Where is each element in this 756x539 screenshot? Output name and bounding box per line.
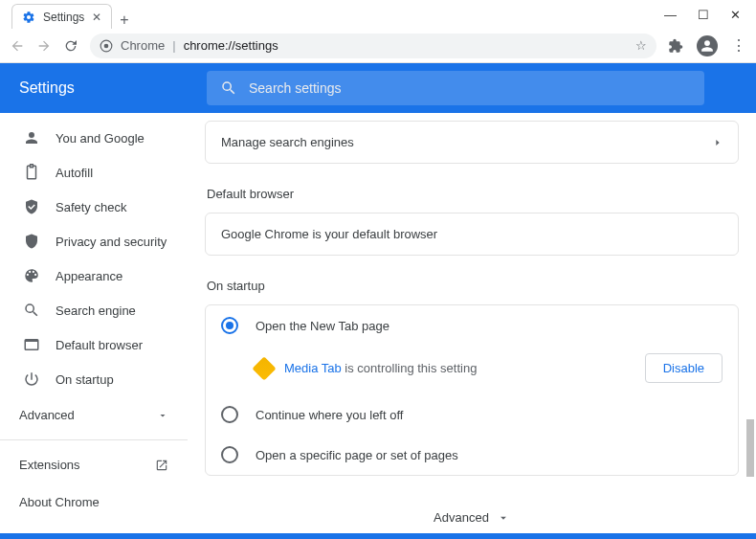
gear-icon <box>22 11 35 24</box>
sidebar-item-label: Autofill <box>56 166 93 180</box>
sidebar-item-search-engine[interactable]: Search engine <box>0 293 188 327</box>
sidebar-item-appearance[interactable]: Appearance <box>0 258 188 293</box>
window-border-bottom <box>0 533 756 539</box>
sidebar-item-on-startup[interactable]: On startup <box>0 362 188 396</box>
advanced-label: Advanced <box>434 510 489 525</box>
person-icon <box>23 129 40 146</box>
power-icon <box>23 371 40 388</box>
on-startup-card: Open the New Tab page Media Tab is contr… <box>205 304 739 476</box>
new-tab-button[interactable]: + <box>120 11 128 29</box>
on-startup-section-title: On startup <box>205 273 739 304</box>
disable-button[interactable]: Disable <box>645 353 723 383</box>
search-settings-field[interactable] <box>207 71 704 105</box>
search-icon <box>220 79 237 97</box>
manage-search-engines-row[interactable]: Manage search engines <box>205 121 739 164</box>
startup-option-specific[interactable]: Open a specific page or set of pages <box>206 435 738 475</box>
kebab-menu-icon[interactable]: ⋮ <box>731 36 746 55</box>
chevron-right-icon <box>713 138 723 147</box>
extension-link[interactable]: Media Tab <box>284 361 342 375</box>
radio-checked-icon[interactable] <box>221 317 238 334</box>
startup-option-new-tab[interactable]: Open the New Tab page <box>206 305 738 346</box>
svg-point-1 <box>104 43 109 48</box>
extension-icon <box>252 356 276 380</box>
maximize-icon[interactable]: ☐ <box>698 8 709 22</box>
sidebar-item-label: You and Google <box>56 131 145 146</box>
browser-tab[interactable]: Settings ✕ <box>11 4 112 29</box>
extensions-label: Extensions <box>19 458 80 472</box>
advanced-label: Advanced <box>19 408 75 422</box>
extensions-icon[interactable] <box>668 38 683 54</box>
sidebar-item-privacy[interactable]: Privacy and security <box>0 224 188 258</box>
url-prefix: Chrome <box>121 38 165 53</box>
sidebar-advanced[interactable]: Advanced <box>0 396 188 434</box>
close-icon[interactable]: ✕ <box>92 11 101 24</box>
palette-icon <box>23 267 40 284</box>
address-bar[interactable]: Chrome | chrome://settings ☆ <box>90 34 656 58</box>
sidebar-item-autofill[interactable]: Autofill <box>0 155 188 190</box>
url-path: chrome://settings <box>184 38 278 53</box>
option-label: Open a specific page or set of pages <box>256 448 458 462</box>
reload-icon[interactable] <box>63 38 78 54</box>
close-window-icon[interactable]: ✕ <box>730 8 741 22</box>
advanced-toggle[interactable]: Advanced <box>205 493 739 531</box>
scroll-thumb[interactable] <box>746 419 754 477</box>
search-input[interactable] <box>249 80 691 96</box>
option-label: Open the New Tab page <box>256 319 389 333</box>
minimize-icon[interactable]: — <box>664 8 677 22</box>
sidebar-extensions[interactable]: Extensions <box>0 446 188 483</box>
sidebar-item-label: Appearance <box>56 269 122 283</box>
controlled-suffix: is controlling this setting <box>342 361 478 375</box>
sidebar-item-label: Default browser <box>56 338 143 352</box>
option-label: Continue where you left off <box>256 408 403 422</box>
default-browser-text: Google Chrome is your default browser <box>221 227 437 241</box>
back-icon[interactable] <box>10 38 25 54</box>
avatar-icon[interactable] <box>697 35 718 56</box>
chevron-down-icon <box>157 410 168 421</box>
controlled-by-extension-row: Media Tab is controlling this setting Di… <box>206 346 738 394</box>
sidebar-item-you-and-google[interactable]: You and Google <box>0 121 188 155</box>
sidebar-item-safety-check[interactable]: Safety check <box>0 190 188 224</box>
forward-icon[interactable] <box>36 38 52 54</box>
manage-search-engines-label: Manage search engines <box>221 135 354 149</box>
open-in-new-icon <box>155 459 168 472</box>
sidebar-item-default-browser[interactable]: Default browser <box>0 327 188 362</box>
chrome-page-icon <box>100 39 113 53</box>
about-label: About Chrome <box>19 495 100 509</box>
sidebar-item-label: Search engine <box>56 303 136 318</box>
scrollbar[interactable] <box>745 113 754 531</box>
sidebar-item-label: Privacy and security <box>56 235 167 249</box>
content-area: Manage search engines Default browser Go… <box>188 113 756 531</box>
search-icon <box>23 302 40 319</box>
star-icon[interactable]: ☆ <box>635 38 647 53</box>
shield-icon <box>23 233 40 250</box>
sidebar-item-label: Safety check <box>56 200 126 214</box>
radio-unchecked-icon[interactable] <box>221 446 238 463</box>
radio-unchecked-icon[interactable] <box>221 406 238 423</box>
tab-title: Settings <box>43 11 84 24</box>
shield-check-icon <box>23 198 40 215</box>
sidebar-about[interactable]: About Chrome <box>0 483 188 521</box>
page-title: Settings <box>19 79 184 97</box>
sidebar: You and Google Autofill Safety check Pri… <box>0 113 188 531</box>
default-browser-card: Google Chrome is your default browser <box>205 213 739 256</box>
startup-option-continue[interactable]: Continue where you left off <box>206 394 738 435</box>
clipboard-icon <box>23 164 40 181</box>
sidebar-item-label: On startup <box>56 372 114 387</box>
chevron-down-icon <box>497 511 510 525</box>
browser-icon <box>23 336 40 353</box>
default-browser-section-title: Default browser <box>205 181 739 213</box>
